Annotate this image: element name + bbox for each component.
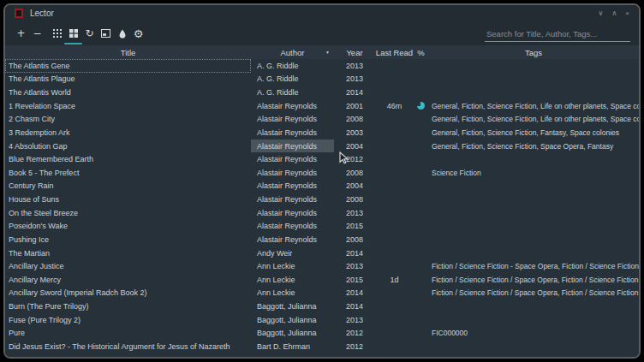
cell-percent[interactable] — [414, 206, 428, 220]
cover-view-button[interactable] — [49, 26, 65, 41]
cell-title[interactable]: Century Rain — [5, 180, 251, 193]
cell-title[interactable]: House of Suns — [5, 193, 251, 206]
column-header-last-read[interactable]: Last Read — [375, 45, 414, 59]
cell-percent[interactable] — [414, 193, 428, 206]
search-input[interactable] — [485, 27, 630, 42]
cell-author[interactable]: Alastair Reynolds — [251, 99, 334, 113]
cell-year[interactable]: 2013 — [334, 313, 375, 327]
cell-author[interactable]: Baggott, Julianna — [251, 313, 334, 327]
cell-tags[interactable] — [428, 220, 639, 234]
cell-percent[interactable] — [414, 313, 428, 327]
cell-year[interactable]: 2013 — [334, 73, 375, 86]
cell-year[interactable]: 2008 — [334, 113, 375, 127]
cell-title[interactable]: Burn (The Pure Trilogy) — [5, 300, 251, 313]
cell-author[interactable]: Alastair Reynolds — [251, 166, 334, 180]
cell-tags[interactable] — [428, 313, 639, 327]
cell-tags[interactable] — [428, 340, 639, 353]
cell-tags[interactable]: General, Fiction, Science Fiction, Life … — [428, 113, 639, 127]
maximize-icon[interactable]: ∧ — [611, 10, 617, 17]
minimize-icon[interactable]: ∨ — [599, 10, 604, 17]
cell-year[interactable]: 2012 — [334, 327, 375, 341]
cell-last-read[interactable] — [375, 180, 414, 193]
cell-title[interactable]: 1 Revelation Space — [5, 99, 251, 113]
cell-author[interactable]: Bart D. Ehrman — [251, 340, 334, 353]
cell-year[interactable]: 2013 — [334, 206, 375, 220]
cell-tags[interactable]: General, Fiction, Science Fiction, Space… — [428, 139, 639, 153]
cell-title[interactable]: Ancillary Sword (Imperial Radch Book 2) — [5, 287, 251, 300]
settings-button[interactable]: ⚙ — [130, 26, 146, 41]
close-icon[interactable]: × — [625, 10, 629, 17]
cell-last-read[interactable] — [375, 193, 414, 206]
column-header-author[interactable]: Author ▼ — [251, 45, 334, 59]
cell-percent[interactable] — [414, 300, 428, 313]
cell-percent[interactable] — [414, 166, 428, 180]
cell-year[interactable]: 2015 — [334, 273, 375, 287]
table-row[interactable]: Fuse (Pure Trilogy 2)Baggott, Julianna20… — [5, 313, 639, 327]
cell-percent[interactable] — [414, 233, 428, 246]
add-book-button[interactable]: + — [13, 26, 29, 41]
cell-last-read[interactable] — [375, 139, 414, 153]
cell-author[interactable]: Alastair Reynolds — [251, 139, 334, 153]
table-row[interactable]: 1 Revelation SpaceAlastair Reynolds20014… — [5, 99, 639, 113]
cell-author[interactable]: Alastair Reynolds — [251, 206, 334, 220]
table-row[interactable]: 4 Absolution GapAlastair Reynolds2004Gen… — [5, 139, 639, 153]
cell-year[interactable]: 2008 — [334, 166, 375, 180]
refresh-library-button[interactable]: ↻ — [81, 26, 98, 41]
cell-percent[interactable] — [414, 180, 428, 193]
cell-last-read[interactable] — [375, 246, 414, 260]
cell-year[interactable]: 2013 — [334, 259, 375, 273]
cell-author[interactable]: Baggott, Julianna — [251, 300, 334, 313]
cell-last-read[interactable] — [375, 287, 414, 300]
table-row[interactable]: Century RainAlastair Reynolds2004 — [5, 180, 639, 193]
cell-tags[interactable]: Fiction / Science Fiction / Space Opera,… — [428, 287, 639, 300]
cell-percent[interactable] — [414, 59, 428, 73]
cell-last-read[interactable] — [375, 220, 414, 234]
cell-last-read[interactable] — [375, 313, 414, 327]
cell-tags[interactable] — [428, 206, 639, 220]
cell-tags[interactable] — [428, 86, 639, 99]
cell-title[interactable]: 2 Chasm City — [5, 113, 251, 127]
cell-author[interactable]: Alastair Reynolds — [251, 152, 334, 166]
cell-title[interactable]: 4 Absolution Gap — [5, 139, 251, 153]
table-row[interactable]: Poseidon's WakeAlastair Reynolds2015 — [5, 220, 639, 234]
column-header-percent[interactable]: % — [414, 45, 428, 59]
table-row[interactable]: Book 5 - The PrefectAlastair Reynolds200… — [5, 166, 639, 180]
cell-title[interactable]: Pure — [5, 327, 251, 341]
cell-title[interactable]: Did Jesus Exist? - The Historical Argume… — [5, 340, 251, 353]
cell-year[interactable]: 2001 — [334, 99, 375, 113]
delete-book-button[interactable]: − — [29, 26, 45, 41]
table-row[interactable]: Ancillary Sword (Imperial Radch Book 2)A… — [5, 287, 639, 300]
cell-tags[interactable] — [428, 246, 639, 260]
table-row[interactable]: On the Steel BreezeAlastair Reynolds2013 — [5, 206, 639, 220]
table-row[interactable]: PureBaggott, Julianna2012FIC000000 — [5, 327, 639, 341]
cell-title[interactable]: 3 Redemption Ark — [5, 126, 251, 139]
cell-percent[interactable] — [414, 99, 428, 113]
cell-author[interactable]: Andy Weir — [251, 246, 334, 260]
cell-percent[interactable] — [414, 152, 428, 166]
table-row[interactable]: The Atlantis GeneA. G. Riddle2013 — [5, 59, 639, 73]
table-row[interactable]: The Atlantis PlagueA. G. Riddle2013 — [5, 73, 639, 86]
cell-tags[interactable]: Fiction / Science Fiction / Space Opera,… — [428, 273, 639, 287]
cell-year[interactable]: 2012 — [334, 152, 375, 166]
cell-author[interactable]: A. G. Riddle — [251, 86, 334, 99]
cell-tags[interactable] — [428, 180, 639, 193]
cell-percent[interactable] — [414, 273, 428, 287]
cell-percent[interactable] — [414, 287, 428, 300]
column-header-year[interactable]: Year — [334, 45, 375, 59]
cell-percent[interactable] — [414, 126, 428, 139]
table-row[interactable]: Burn (The Pure Trilogy)Baggott, Julianna… — [5, 300, 639, 313]
cell-year[interactable]: 2013 — [334, 59, 375, 73]
cell-year[interactable]: 2004 — [334, 180, 375, 193]
cell-title[interactable]: Ancillary Mercy — [5, 273, 251, 287]
cell-tags[interactable]: FIC000000 — [428, 327, 639, 341]
cell-tags[interactable]: Fiction / Science Fiction - Space Opera,… — [428, 259, 639, 273]
cell-year[interactable]: 2014 — [334, 287, 375, 300]
cell-tags[interactable] — [428, 59, 639, 73]
cell-author[interactable]: Alastair Reynolds — [251, 233, 334, 246]
table-row[interactable]: Did Jesus Exist? - The Historical Argume… — [5, 340, 639, 353]
cell-title[interactable]: Ancillary Justice — [5, 259, 251, 273]
cell-last-read[interactable]: 1d — [375, 273, 414, 287]
cell-title[interactable]: On the Steel Breeze — [5, 206, 251, 220]
cell-author[interactable]: A. G. Riddle — [251, 73, 334, 86]
cell-title[interactable]: The Atlantis Plague — [5, 73, 251, 86]
